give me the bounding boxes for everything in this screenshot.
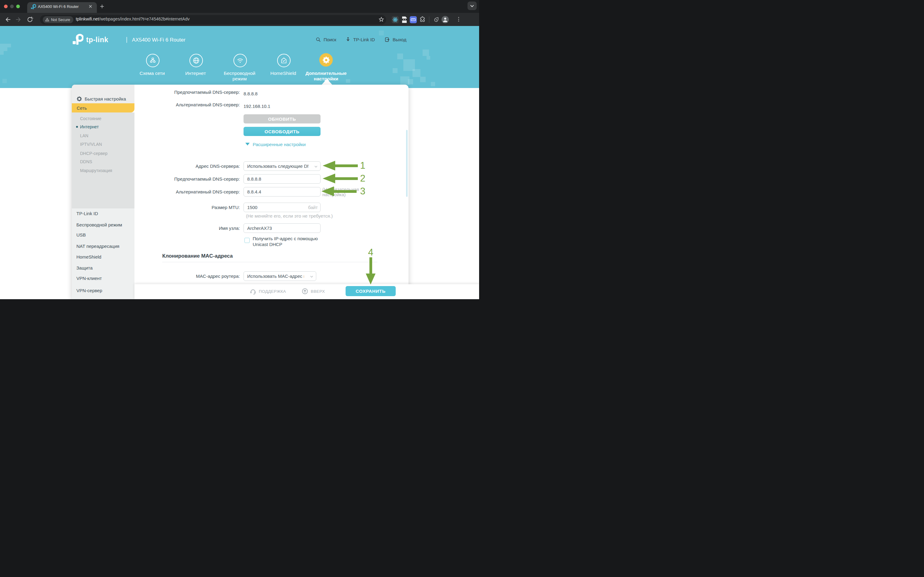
nav-advanced-settings[interactable]	[319, 53, 333, 67]
release-button[interactable]: ОСВОБОДИТЬ	[243, 127, 320, 136]
advanced-settings-triangle-icon	[245, 143, 250, 145]
sidebar-item-status[interactable]: Состояние	[80, 116, 101, 121]
annotation-number-3: 3	[358, 186, 367, 197]
gear-icon	[319, 53, 333, 67]
tplink-favicon	[31, 4, 36, 10]
url-text: tplinkwifi.net/webpages/index.html?t=e74…	[76, 16, 190, 21]
sidebar-item-internet[interactable]: Интернет	[80, 124, 99, 129]
unicast-dhcp-checkbox[interactable]	[245, 238, 250, 243]
sidebar-item-usb[interactable]: USB	[76, 232, 86, 237]
not-secure-chip[interactable]: Not Secure	[43, 16, 73, 23]
close-window-button[interactable]	[4, 5, 8, 8]
back-to-top-button[interactable]: ВВЕРХ	[301, 288, 325, 295]
headset-icon	[250, 288, 257, 295]
dns-address-value: Использовать следующие DNS	[247, 163, 308, 169]
sidebar-item-tplink-id[interactable]: TP-Link ID	[76, 211, 98, 216]
nav-homeshield-label[interactable]: HomeShield	[265, 71, 302, 76]
active-tab-pointer	[322, 79, 332, 85]
sidebar-item-wireless[interactable]: Беспроводной режим	[76, 222, 122, 227]
alternate-dns-input[interactable]	[243, 187, 320, 197]
browser-menu-dots-icon[interactable]	[455, 16, 462, 23]
mosaic-decoration	[427, 56, 430, 60]
screen: AX5400 Wi-Fi 6 Router Not Secure tplinkw…	[0, 0, 479, 299]
tab-close-icon[interactable]	[88, 4, 93, 9]
profile-avatar[interactable]	[441, 16, 449, 24]
sidebar-item-homeshield[interactable]: HomeShield	[76, 254, 101, 259]
annotation-number-4: 4	[366, 247, 375, 258]
header-tplink-id[interactable]: TP-Link ID	[345, 37, 375, 42]
globe-icon	[190, 54, 203, 67]
arrow-up-circle-icon	[301, 288, 309, 295]
nav-network-map-label[interactable]: Схема сети	[134, 71, 171, 76]
active-item-bullet	[76, 126, 78, 128]
nav-wireless[interactable]	[233, 54, 247, 67]
sidebar-item-lan[interactable]: LAN	[80, 133, 88, 138]
ruler-extension-icon[interactable]	[410, 16, 417, 23]
header-search[interactable]: Поиск	[316, 37, 336, 42]
network-map-icon	[146, 54, 159, 67]
chevron-down-icon	[309, 274, 314, 279]
dns-address-select[interactable]: Использовать следующие DNS	[243, 161, 320, 171]
nav-internet-label[interactable]: Интернет	[177, 71, 214, 76]
new-tab-icon[interactable]	[100, 4, 105, 9]
preferred-dns-status-label: Предпочитаемый DNS-сервер:	[134, 89, 240, 95]
renew-button[interactable]: ОБНОВИТЬ	[243, 114, 320, 124]
forward-icon[interactable]	[15, 16, 23, 23]
alternate-dns-status-label: Альтернативный DNS-сервер:	[134, 101, 240, 108]
save-button[interactable]: СОХРАНИТЬ	[346, 286, 396, 296]
extensions-puzzle-icon[interactable]	[419, 16, 426, 23]
mtu-hint: (Не меняйте его, если это не требуется.)	[246, 213, 333, 219]
nav-network-map[interactable]	[146, 54, 159, 67]
json-viewer-extension-icon[interactable]	[401, 16, 407, 23]
sidebar-network-label: Сеть	[77, 105, 87, 111]
not-secure-label: Not Secure	[51, 18, 70, 22]
annotation-arrow-3	[322, 187, 334, 196]
back-icon[interactable]	[4, 16, 11, 23]
sidebar-quick-setup-label: Быстрая настройка	[85, 96, 126, 102]
annotation-number-1: 1	[358, 160, 367, 171]
panel-scrollbar[interactable]	[406, 130, 407, 197]
reload-icon[interactable]	[26, 16, 34, 23]
sidebar-item-vpn-server[interactable]: VPN-сервер	[76, 288, 102, 293]
header-tplink-id-label: TP-Link ID	[353, 37, 375, 42]
mosaic-decoration	[408, 79, 413, 84]
mtu-size-label: Размер MTU:	[134, 203, 240, 212]
wifi-icon	[233, 54, 247, 67]
nav-internet[interactable]	[190, 54, 203, 67]
hostname-input[interactable]	[243, 223, 320, 233]
battery-saver-leaf-icon[interactable]	[433, 16, 440, 23]
url-path: /webpages/index.html?t=e745462b#internet…	[99, 16, 190, 21]
section-divider	[162, 262, 377, 262]
preferred-dns-input-label: Предпочитаемый DNS-сервер:	[134, 174, 240, 184]
person-icon	[345, 37, 351, 42]
mosaic-decoration	[2, 79, 7, 83]
advanced-settings-link[interactable]: Расширенные настройки	[253, 142, 306, 147]
sidebar-item-nat[interactable]: NAT переадресация	[76, 243, 119, 249]
unicast-dhcp-label: Получить IP-адрес с помощьюUnicast DHCP	[253, 235, 318, 247]
homeshield-icon	[277, 54, 291, 67]
sidebar-item-iptv-vlan[interactable]: IPTV/VLAN	[80, 142, 102, 147]
nav-homeshield[interactable]	[277, 54, 291, 67]
sidebar-item-security[interactable]: Защита	[76, 265, 93, 271]
header-logout-label: Выход	[393, 37, 406, 42]
back-to-top-label: ВВЕРХ	[311, 289, 325, 294]
header-search-label: Поиск	[324, 37, 336, 42]
sidebar-item-vpn-client[interactable]: VPN-клиент	[76, 276, 102, 281]
minimize-window-button[interactable]	[10, 5, 14, 8]
header-logout[interactable]: Выход	[385, 37, 406, 42]
tab-search-chevron-icon[interactable]	[467, 2, 476, 10]
sidebar-item-ddns[interactable]: DDNS	[80, 159, 92, 164]
react-devtools-extension-icon[interactable]	[392, 16, 399, 23]
brand-name: tp-link	[86, 36, 108, 44]
nav-wireless-label[interactable]: Беспроводнойрежим	[218, 71, 261, 82]
maximize-window-button[interactable]	[16, 5, 20, 8]
sidebar-item-routing[interactable]: Маршрутизация	[80, 168, 112, 173]
router-mac-select[interactable]: Использовать MAC-адрес по ум	[243, 271, 316, 281]
preferred-dns-input[interactable]	[243, 174, 320, 184]
product-title: AX5400 Wi-Fi 6 Router	[132, 37, 185, 43]
sidebar-item-dhcp-server[interactable]: DHCP-сервер	[80, 151, 108, 156]
bookmark-star-icon[interactable]	[378, 16, 385, 23]
support-button[interactable]: ПОДДЕРЖКА	[250, 288, 286, 295]
router-mac-label: MAC-адрес роутера:	[134, 271, 240, 281]
annotation-arrow-1	[323, 161, 335, 171]
